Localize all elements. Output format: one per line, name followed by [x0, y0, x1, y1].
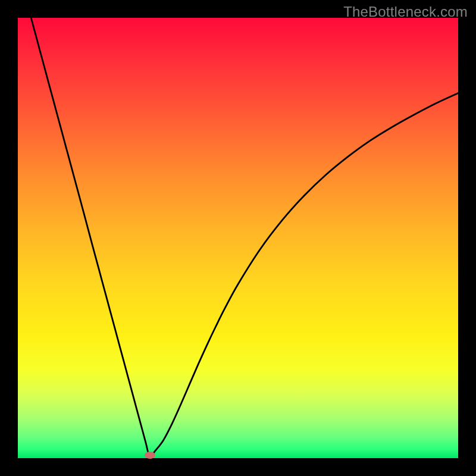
plot-area [18, 18, 458, 458]
bottleneck-curve [31, 18, 458, 458]
optimum-marker [145, 452, 155, 459]
curve-layer [18, 18, 458, 458]
chart-container: TheBottleneck.com [0, 0, 476, 476]
